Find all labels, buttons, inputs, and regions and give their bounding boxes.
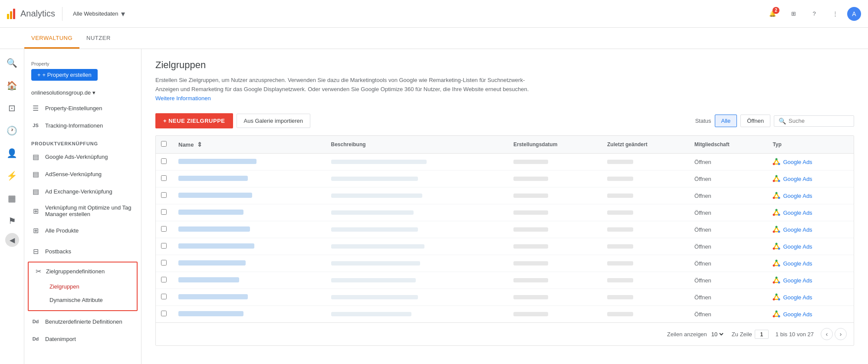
rows-per-page-select[interactable]: 10 25 50 [710,331,725,338]
sidebar-item-property-einstellungen[interactable]: ☰ Property-Einstellungen [24,99,141,117]
svg-point-18 [778,214,780,216]
status-alle-button[interactable]: Alle [715,115,737,127]
col-zuletzt: Zuletzt geändert [602,136,689,154]
col-erstellungsdatum: Erstellungsdatum [508,136,602,154]
page-input[interactable] [755,330,769,339]
row-name[interactable] [178,193,252,198]
sidebar-item-label: Zielgruppendefinitionen [46,268,105,275]
col-typ: Typ [767,136,854,154]
svg-point-9 [776,175,778,177]
zeilen-anzeigen-label: Zeilen anzeigen [667,331,707,338]
tab-nutzer[interactable]: NUTZER [79,28,118,49]
svg-point-22 [773,231,775,233]
row-name[interactable] [178,294,248,299]
row-checkbox[interactable] [161,175,167,181]
row-beschreibung [331,193,422,198]
status-offnen-button[interactable]: Öffnen [740,115,770,127]
logo-bar-1 [7,14,9,19]
nav-flag[interactable]: ⚑ [2,210,23,231]
help-button[interactable]: ? [806,5,823,23]
property-selector-label: Alle Websitedaten [73,10,118,17]
row-checkbox[interactable] [161,192,167,198]
svg-point-4 [776,158,778,161]
row-name[interactable] [178,210,243,215]
row-checkbox[interactable] [161,243,167,249]
status-group: Status Alle Öffnen 🔍 [695,115,854,127]
nav-table[interactable]: ▦ [2,188,23,209]
row-checkbox[interactable] [161,294,167,299]
next-page-button[interactable]: › [835,328,847,340]
page-title: Zielgruppen [155,59,854,71]
row-checkbox[interactable] [161,226,167,232]
pagination-bar: Zeilen anzeigen 10 25 50 Zu Zeile 1 bis … [156,322,854,345]
property-selector[interactable]: Alle Websitedaten ▾ [69,7,128,20]
sidebar-item-tracking[interactable]: JS Tracking-Informationen [24,117,141,134]
svg-point-44 [776,294,778,296]
sidebar-item-zielgruppen[interactable]: Zielgruppen [43,280,137,293]
sidebar-produktverknupfung-section: PRODUKTVERKNÜPFUNG ▤ Google Ads-Verknüpf… [24,138,141,239]
nav-user[interactable]: 👤 [2,143,23,164]
sidebar-item-datenimport[interactable]: Dd Datenimport [24,330,141,348]
row-mitgliedschaft: Öffnen [694,226,711,233]
sidebar-item-dynamische-attribute[interactable]: Dynamische Attribute [43,293,137,307]
row-name[interactable] [178,226,250,232]
row-name[interactable] [178,176,248,181]
nav-dashboard[interactable]: ⊡ [2,98,23,118]
plus-icon: + [37,72,41,78]
row-mitgliedschaft: Öffnen [694,176,711,182]
sidebar-item-alle-produkte[interactable]: ⊞ Alle Produkte [24,222,141,239]
svg-point-48 [778,315,780,318]
tabs-bar: VERWALTUNG NUTZER [0,28,868,49]
row-name[interactable] [178,311,243,316]
svg-point-33 [778,265,780,267]
sidebar-item-postbacks[interactable]: ⊟ Postbacks [24,243,141,260]
row-name[interactable] [178,277,239,282]
row-mitgliedschaft: Öffnen [694,260,711,267]
nav-clock[interactable]: 🕐 [2,120,23,141]
row-checkbox[interactable] [161,260,167,266]
grid-button[interactable]: ⊞ [785,5,802,23]
row-checkbox[interactable] [161,158,167,164]
sidebar-item-optimize[interactable]: ⊞ Verknüpfung mit Optimize und Tag Manag… [24,200,141,222]
domain-label: onlinesolutionsgroup.de [31,89,91,96]
nav-back-button[interactable]: ◀ [5,233,19,247]
notification-button[interactable]: 🔔 2 [764,5,781,23]
search-icon: 🔍 [779,118,786,125]
svg-point-13 [778,197,780,199]
neue-zielgruppe-button[interactable]: + NEUE ZIELGRUPPE [155,113,233,128]
row-checkbox[interactable] [161,277,167,282]
sidebar-item-adsense[interactable]: ▤ AdSense-Verknüpfung [24,165,141,183]
svg-point-14 [776,192,778,194]
prev-page-button[interactable]: ‹ [821,328,833,340]
sidebar-sub-items: Zielgruppen Dynamische Attribute [29,280,137,310]
sidebar-item-zielgruppendefinitionen[interactable]: ✂ Zielgruppendefinitionen [29,262,137,280]
row-name[interactable] [178,243,254,249]
tab-verwaltung[interactable]: VERWALTUNG [24,28,79,49]
info-link[interactable]: Weitere Informationen [155,95,211,102]
row-erstellungsdatum [513,295,548,299]
row-checkbox[interactable] [161,209,167,215]
row-checkbox[interactable] [161,311,167,316]
nav-lightning[interactable]: ⚡ [2,165,23,186]
nav-home[interactable]: 🏠 [2,75,23,96]
more-button[interactable]: ⋮ [826,5,844,23]
table-row: Öffnen Google Ads [156,221,854,238]
row-name[interactable] [178,159,256,164]
property-create-button[interactable]: + + Property erstellen [31,69,98,81]
link-icon: ▤ [31,170,40,178]
select-all-checkbox[interactable] [161,141,167,147]
user-avatar[interactable]: A [847,7,861,21]
row-name[interactable] [178,260,246,266]
row-mitgliedschaft: Öffnen [694,210,711,216]
sort-icon[interactable]: ⇕ [197,141,202,148]
galerie-import-button[interactable]: Aus Galerie importieren [237,114,311,128]
property-domain-selector[interactable]: onlinesolutionsgroup.de ▾ [24,86,141,99]
nav-search[interactable]: 🔍 [2,52,23,73]
postbacks-icon: ⊟ [31,247,40,256]
search-input[interactable] [789,118,849,124]
sidebar-item-benutzerdefinierte[interactable]: Dd Benutzerdefinierte Definitionen [24,313,141,330]
row-zuletzt-geandert [607,177,633,181]
table-row: Öffnen Google Ads [156,204,854,221]
sidebar-item-google-ads[interactable]: ▤ Google Ads-Verknüpfung [24,148,141,165]
sidebar-item-ad-exchange[interactable]: ▤ Ad Exchange-Verknüpfung [24,183,141,200]
